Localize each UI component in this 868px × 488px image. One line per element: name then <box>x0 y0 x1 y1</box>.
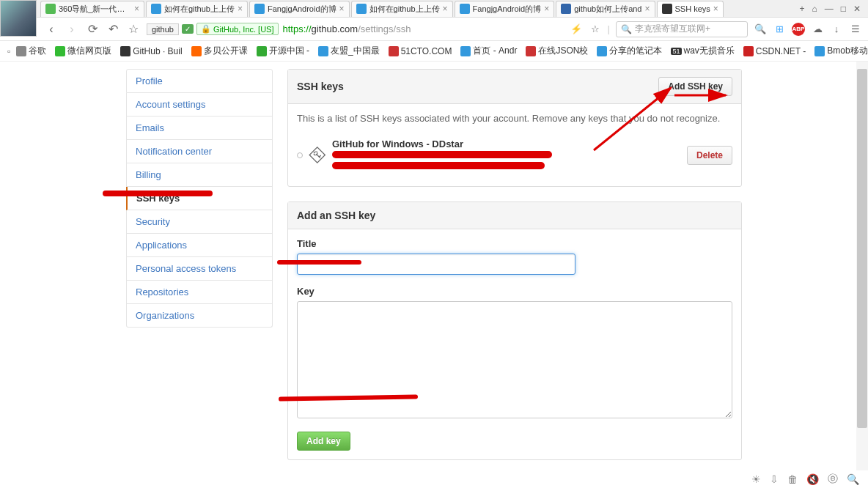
browser-tab[interactable]: 如何在github上上传× <box>146 1 248 17</box>
star-button[interactable]: ☆ <box>126 22 141 37</box>
bookmark-item[interactable]: Bmob移动后 <box>812 43 868 59</box>
title-input[interactable] <box>297 254 575 275</box>
apps-icon[interactable]: ⊞ <box>773 23 786 36</box>
bookmark-item[interactable]: 多贝公开课 <box>188 43 251 59</box>
bookmark-item[interactable]: 友盟_中国最 <box>315 43 383 59</box>
download-icon[interactable]: ↓ <box>830 23 843 36</box>
tab-close-icon[interactable]: × <box>134 4 139 14</box>
tab-close-icon[interactable]: × <box>339 4 345 14</box>
sidebar-item-billing[interactable]: Billing <box>126 163 273 187</box>
bookmark-item[interactable]: GitHub · Buil <box>117 45 185 58</box>
ie-mode-icon[interactable]: ⓔ <box>828 473 838 486</box>
title-label: Title <box>297 238 732 249</box>
delete-key-button[interactable]: Delete <box>687 146 732 165</box>
sidebar-item-personal-access-tokens[interactable]: Personal access tokens <box>126 257 273 281</box>
bookmark-label: 微信网页版 <box>67 45 111 57</box>
browser-tab[interactable]: SSH keys× <box>657 1 724 17</box>
search-button[interactable]: 🔍 <box>754 23 767 36</box>
favicon <box>45 4 56 14</box>
sidebar-item-security[interactable]: Security <box>126 210 273 234</box>
window-pin-icon[interactable]: ⌂ <box>812 4 817 14</box>
bookmark-item[interactable]: 开源中国 - <box>254 43 312 59</box>
tab-close-icon[interactable]: × <box>544 4 549 14</box>
adblock-icon[interactable]: ABP <box>792 23 805 36</box>
url-text: https://github.com/settings/ssh <box>283 23 411 34</box>
bookmark-item[interactable]: CSDN.NET - <box>740 45 809 58</box>
bookmark-item[interactable]: 51CTO.COM <box>386 45 455 58</box>
download-status-icon[interactable]: ⇩ <box>770 473 779 485</box>
bookmark-label: 首页 - Andr <box>473 45 517 57</box>
favicon <box>662 4 672 14</box>
scrollbar-thumb[interactable] <box>857 69 867 428</box>
trash-icon[interactable]: 🗑 <box>787 473 798 485</box>
back-button[interactable]: ‹ <box>44 22 59 37</box>
bookmark-item[interactable]: 首页 - Andr <box>457 43 520 59</box>
mute-icon[interactable]: 🔇 <box>806 473 819 485</box>
tab-close-icon[interactable]: × <box>644 4 650 14</box>
certificate-badge[interactable]: 🔒GitHub, Inc. [US] <box>196 23 279 35</box>
cloud-icon[interactable]: ☁ <box>811 23 824 36</box>
bookmarks-bar: ▫ 谷歌微信网页版GitHub · Buil多贝公开课开源中国 -友盟_中国最5… <box>0 41 868 62</box>
sidebar-item-notification-center[interactable]: Notification center <box>126 140 273 163</box>
add-ssh-key-button[interactable]: Add SSH key <box>658 77 732 96</box>
zoom-icon[interactable]: 🔍 <box>847 473 859 485</box>
panel-title: SSH keys <box>297 81 344 92</box>
ssh-keys-panel: SSH keys Add SSH key This is a list of S… <box>287 69 742 187</box>
bookmark-label: 谷歌 <box>29 45 46 57</box>
key-icon: ⚿ <box>306 144 328 166</box>
menu-icon[interactable]: ☰ <box>849 23 862 36</box>
sidebar-item-repositories[interactable]: Repositories <box>126 281 273 304</box>
main-panel: SSH keys Add SSH key This is a list of S… <box>287 69 742 481</box>
ssh-key-row: ⚿ GitHub for Windows - DDstar Delete <box>297 133 732 177</box>
sidebar-item-applications[interactable]: Applications <box>126 234 273 257</box>
bookmark-star-icon[interactable]: ☆ <box>589 23 602 36</box>
reload-button[interactable]: ⟳ <box>85 22 100 37</box>
tab-close-icon[interactable]: × <box>443 4 448 14</box>
bookmark-item[interactable]: 51wav无损音乐 <box>668 43 737 59</box>
ssh-keys-description: This is a list of SSH keys associated wi… <box>297 113 732 124</box>
flash-icon[interactable]: ⚡ <box>570 23 583 36</box>
browser-tab[interactable]: FangjgAndroid的博× <box>249 1 350 17</box>
bookmark-label: Bmob移动后 <box>827 45 868 57</box>
bookmark-item[interactable]: 在线JSON校 <box>523 43 591 59</box>
bookmark-folder-icon[interactable]: ▫ <box>7 45 10 58</box>
new-tab-button[interactable]: + <box>799 4 804 14</box>
sidebar-item-organizations[interactable]: Organizations <box>126 304 273 328</box>
key-status-dot <box>297 152 303 158</box>
bookmark-item[interactable]: 分享的笔记本 <box>594 43 665 59</box>
tab-close-icon[interactable]: × <box>238 4 243 14</box>
bookmark-label: 在线JSON校 <box>538 45 588 57</box>
key-textarea[interactable] <box>297 301 732 418</box>
tab-title: FangjgAndroid的博 <box>473 4 542 15</box>
sidebar-item-emails[interactable]: Emails <box>126 117 273 140</box>
maximize-button[interactable]: □ <box>841 4 846 14</box>
add-ssh-key-panel: Add an SSH key Title Key Add key <box>287 202 742 460</box>
sidebar-item-profile[interactable]: Profile <box>126 69 273 93</box>
browser-tab[interactable]: 360导航_新一代安全× <box>40 1 144 17</box>
search-input[interactable]: 🔍李克强寄望互联网+ <box>616 21 748 37</box>
browser-tab[interactable]: 如何在github上上传× <box>351 1 453 17</box>
undo-button[interactable]: ↶ <box>106 22 120 37</box>
browser-tab[interactable]: FangjgAndroid的博× <box>455 1 555 17</box>
bookmark-label: 多贝公开课 <box>204 45 248 57</box>
user-avatar[interactable] <box>0 0 37 37</box>
close-button[interactable]: ✕ <box>853 4 861 14</box>
minimize-button[interactable]: — <box>825 4 834 14</box>
bookmark-item[interactable]: 微信网页版 <box>52 43 114 59</box>
scrollbar[interactable] <box>856 62 868 470</box>
tab-close-icon[interactable]: × <box>713 4 718 14</box>
browser-tab[interactable]: github如何上传and× <box>556 1 655 17</box>
sidebar-item-ssh-keys[interactable]: SSH keys <box>126 187 273 210</box>
page-content: ProfileAccount settingsEmailsNotificatio… <box>0 62 868 488</box>
sun-icon[interactable]: ☀ <box>751 473 761 485</box>
bookmark-label: 51CTO.COM <box>401 46 452 56</box>
bookmark-label: 分享的笔记本 <box>609 45 662 57</box>
settings-sidebar: ProfileAccount settingsEmailsNotificatio… <box>126 69 273 481</box>
lock-icon: 🔒 <box>201 24 211 34</box>
add-key-submit-button[interactable]: Add key <box>297 432 350 451</box>
url-box[interactable]: github ✓ 🔒GitHub, Inc. [US] https://gith… <box>147 21 411 38</box>
bookmark-item[interactable]: 谷歌 <box>13 43 49 59</box>
tab-title: 如何在github上上传 <box>164 4 235 15</box>
sidebar-item-account-settings[interactable]: Account settings <box>126 93 273 117</box>
forward-button[interactable]: › <box>65 22 79 37</box>
